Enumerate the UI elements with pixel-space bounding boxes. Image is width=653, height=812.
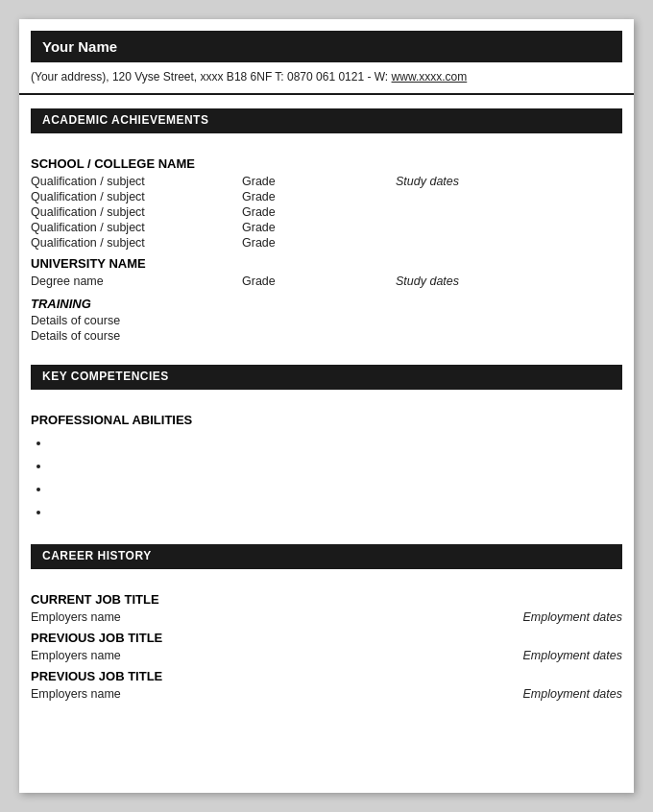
career-section: CAREER HISTORY CURRENT JOB TITLE Employe… bbox=[19, 544, 634, 709]
qual-subject-4: Qualification / subject bbox=[31, 221, 242, 234]
qual-dates-2 bbox=[396, 190, 622, 203]
training-heading: TRAINING bbox=[31, 297, 622, 311]
academic-divider bbox=[31, 131, 622, 133]
academic-section-header: ACADEMIC ACHIEVEMENTS bbox=[31, 108, 622, 131]
academic-content: SCHOOL / COLLEGE NAME Qualification / su… bbox=[19, 143, 634, 351]
emp-dates-3: Employment dates bbox=[326, 687, 622, 701]
bullet-4 bbox=[50, 500, 622, 523]
career-content: CURRENT JOB TITLE Employers name Employm… bbox=[19, 579, 634, 709]
degree-grade: Grade bbox=[242, 275, 396, 288]
emp-dates-1: Employment dates bbox=[326, 610, 622, 624]
school-qual-2: Qualification / subject Grade bbox=[31, 189, 622, 204]
degree-row: Degree name Grade Study dates bbox=[31, 274, 622, 289]
training-detail-2: Details of course bbox=[31, 328, 622, 344]
competencies-section: KEY COMPETENCIES PROFESSIONAL ABILITIES bbox=[19, 365, 634, 531]
bullet-3 bbox=[50, 477, 622, 500]
qual-grade-1: Grade bbox=[242, 175, 396, 188]
degree-name: Degree name bbox=[31, 275, 242, 288]
qual-dates-1: Study dates bbox=[396, 175, 622, 188]
school-qual-3: Qualification / subject Grade bbox=[31, 204, 622, 220]
job-row-2: Employers name Employment dates bbox=[31, 648, 622, 663]
career-header-area: CAREER HISTORY bbox=[19, 544, 634, 569]
school-qual-4: Qualification / subject Grade bbox=[31, 220, 622, 235]
address-text: (Your address), 120 Vyse Street, xxxx B1… bbox=[31, 70, 388, 84]
name-header: Your Name bbox=[31, 31, 622, 62]
job-title-3: PREVIOUS JOB TITLE bbox=[31, 669, 622, 683]
job-title-1: CURRENT JOB TITLE bbox=[31, 592, 622, 607]
cv-page: Your Name (Your address), 120 Vyse Stree… bbox=[19, 19, 634, 793]
career-divider bbox=[31, 567, 622, 569]
emp-dates-2: Employment dates bbox=[326, 649, 622, 662]
qual-grade-2: Grade bbox=[242, 190, 396, 203]
academic-header-area: ACADEMIC ACHIEVEMENTS bbox=[19, 108, 634, 133]
employer-2: Employers name bbox=[31, 649, 326, 662]
competencies-section-header: KEY COMPETENCIES bbox=[31, 365, 622, 388]
employer-3: Employers name bbox=[31, 687, 326, 701]
employer-1: Employers name bbox=[31, 610, 326, 624]
competencies-content: PROFESSIONAL ABILITIES bbox=[19, 399, 634, 531]
school-qual-5: Qualification / subject Grade bbox=[31, 235, 622, 251]
qual-grade-4: Grade bbox=[242, 221, 396, 234]
website-link[interactable]: www.xxxx.com bbox=[392, 70, 468, 84]
school-name: SCHOOL / COLLEGE NAME bbox=[31, 156, 622, 171]
competencies-divider bbox=[31, 388, 622, 390]
qual-grade-5: Grade bbox=[242, 236, 396, 250]
professional-bullets bbox=[31, 431, 622, 523]
qual-grade-3: Grade bbox=[242, 205, 396, 219]
professional-heading: PROFESSIONAL ABILITIES bbox=[31, 413, 622, 427]
training-detail-1: Details of course bbox=[31, 313, 622, 328]
school-qual-1: Qualification / subject Grade Study date… bbox=[31, 174, 622, 189]
qual-subject-5: Qualification / subject bbox=[31, 236, 242, 250]
career-section-header: CAREER HISTORY bbox=[31, 544, 622, 567]
qual-subject-1: Qualification / subject bbox=[31, 175, 242, 188]
academic-section: ACADEMIC ACHIEVEMENTS SCHOOL / COLLEGE N… bbox=[19, 108, 634, 351]
degree-dates: Study dates bbox=[396, 275, 622, 288]
qual-subject-3: Qualification / subject bbox=[31, 205, 242, 219]
bullet-2 bbox=[50, 454, 622, 477]
job-row-1: Employers name Employment dates bbox=[31, 609, 622, 625]
qual-dates-5 bbox=[396, 236, 622, 250]
university-name: UNIVERSITY NAME bbox=[31, 256, 622, 271]
competencies-header-area: KEY COMPETENCIES bbox=[19, 365, 634, 390]
address-line: (Your address), 120 Vyse Street, xxxx B1… bbox=[19, 62, 634, 95]
bullet-1 bbox=[50, 431, 622, 454]
job-title-2: PREVIOUS JOB TITLE bbox=[31, 631, 622, 645]
job-row-3: Employers name Employment dates bbox=[31, 686, 622, 702]
qual-subject-2: Qualification / subject bbox=[31, 190, 242, 203]
qual-dates-3 bbox=[396, 205, 622, 219]
qual-dates-4 bbox=[396, 221, 622, 234]
name-text: Your Name bbox=[42, 38, 117, 55]
